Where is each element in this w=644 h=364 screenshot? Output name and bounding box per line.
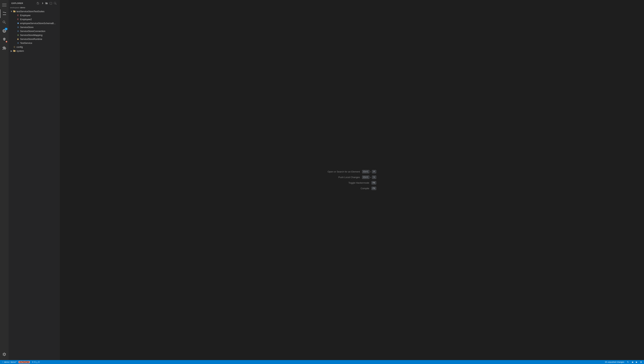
key-plus-1: + — [370, 171, 371, 173]
branch-name: demo / demo* — [4, 361, 16, 363]
shortcuts-container: Open or Search for an Element Ctrl + P P… — [328, 170, 376, 190]
spacer — [14, 14, 16, 17]
explorer-activity-item[interactable] — [0, 9, 8, 18]
tree-label-ServiceStore: ServiceStore — [20, 26, 34, 28]
status-sync-icon[interactable]: ↻ — [626, 360, 630, 364]
settings-activity-item[interactable] — [0, 350, 8, 358]
search-sidebar-button[interactable] — [53, 2, 57, 5]
error-count: 0 — [34, 361, 36, 363]
sync-icon: ↻ — [627, 361, 629, 363]
class-icon: C — [16, 14, 20, 17]
shortcut-row-open: Open or Search for an Element Ctrl + P — [328, 170, 376, 174]
shortcut-label-compile: Compile — [361, 187, 369, 190]
tree-item-Employee2[interactable]: C Employee2 — [8, 17, 60, 21]
spacer — [14, 26, 16, 28]
menu-activity-item[interactable] — [0, 1, 8, 9]
key-ctrl-1: Ctrl — [362, 170, 370, 174]
status-branch[interactable]: ⑂ demo / demo* — [2, 360, 17, 364]
branch-icon: ⑂ — [2, 361, 4, 363]
key-f9: F9 — [372, 187, 376, 190]
svg-rect-0 — [2, 4, 6, 4]
extensions-activity-item[interactable] — [0, 44, 8, 52]
tree-item-ServiceStoreConnection[interactable]: ⊙ ServiceStoreConnection — [8, 29, 60, 33]
tree-item-system[interactable]: ▶ system — [8, 49, 60, 53]
class-icon-2: C — [16, 18, 20, 21]
svg-rect-2 — [2, 6, 6, 6]
tree-label-ServiceStoreMapping: ServiceStoreMapping — [20, 34, 42, 36]
connection-icon: ⊙ — [16, 30, 20, 32]
sidebar: EXPLORER — [8, 0, 60, 360]
tree-label-TestService: TestService — [20, 42, 32, 44]
status-errors[interactable]: ✕ 0 △ 0 — [31, 360, 40, 364]
service-icon: ⊙ — [16, 26, 20, 28]
extra-icon: ⊞ — [640, 361, 642, 363]
status-bar: ⑂ demo / demo* OUTDATED ✕ 0 △ 0 16 unpus… — [0, 360, 644, 364]
shortcut-row-compile: Compile F9 — [361, 187, 376, 190]
status-nav-prev[interactable]: ◀ — [631, 360, 634, 364]
search-activity-item[interactable] — [0, 18, 8, 26]
sidebar-actions — [36, 2, 57, 5]
activity-bar: 16 — [0, 0, 8, 360]
spacer — [10, 46, 13, 48]
status-nav-next[interactable]: ▶ — [635, 360, 638, 364]
key-s: S — [372, 176, 376, 179]
expand-icon: ▼ — [10, 10, 13, 13]
key-p: P — [372, 170, 376, 174]
git-badge: 16 — [5, 28, 8, 30]
tree-label-employeeServiceStore: employeeServiceStoreSchemaB... — [20, 22, 56, 24]
runtime-icon: ◉ — [16, 38, 20, 40]
shortcut-row-push: Push Local Changes Ctrl + S — [338, 176, 376, 179]
tree-item-config[interactable]: ⟨⟩ config — [8, 45, 60, 49]
status-left: ⑂ demo / demo* OUTDATED ✕ 0 △ 0 — [2, 360, 40, 364]
shortcut-row-toggle: Toggle Hackermode F8 — [348, 181, 376, 184]
spacer — [14, 34, 16, 36]
tree-item-ServiceStoreMapping[interactable]: ⊛ ServiceStoreMapping — [8, 33, 60, 37]
collapse-button[interactable] — [49, 2, 53, 5]
shortcut-label-toggle: Toggle Hackermode — [348, 182, 369, 184]
tree-label-Employee: Employee — [20, 14, 30, 17]
tree-item-ServiceStoreRuntime[interactable]: ◉ ServiceStoreRuntime — [8, 37, 60, 41]
new-folder-button[interactable] — [45, 2, 48, 5]
spacer — [14, 22, 16, 24]
spacer — [14, 38, 16, 40]
tree-label-Employee2: Employee2 — [20, 18, 32, 21]
tree-item-TestService[interactable]: ⊙ TestService — [8, 41, 60, 45]
status-right: 16 unpushed changes ↻ ◀ ▶ ⊞ — [604, 360, 642, 364]
status-unpushed[interactable]: 16 unpushed changes — [604, 360, 625, 364]
spacer — [14, 42, 16, 44]
warning-icon: △ — [36, 361, 38, 363]
status-extra[interactable]: ⊞ — [640, 360, 642, 364]
shortcut-label-push: Push Local Changes — [338, 176, 360, 178]
spacer — [14, 18, 16, 21]
workspace-bar: workspace demo — [8, 6, 60, 9]
git-activity-item[interactable]: 16 — [0, 26, 8, 35]
tree-item-Employee[interactable]: C Employee — [8, 13, 60, 17]
shortcut-keys-open: Ctrl + P — [362, 170, 376, 174]
tree-item-testServiceStoreTestSuites[interactable]: ▼ testServiceStoreTestSuites — [8, 9, 60, 13]
svg-rect-1 — [2, 5, 6, 5]
folder-open-icon — [13, 10, 16, 13]
config-icon: ⟨⟩ — [13, 46, 16, 48]
tree-item-ServiceStore[interactable]: ⊙ ServiceStore — [8, 25, 60, 29]
interface-icon: ⊛ — [16, 22, 20, 24]
spacer — [14, 30, 16, 32]
key-plus-2: + — [370, 176, 371, 178]
nav-next-icon: ▶ — [636, 361, 637, 363]
outdated-badge: OUTDATED — [18, 361, 30, 363]
mapping-icon: ⊛ — [16, 34, 20, 36]
sidebar-header: EXPLORER — [8, 0, 60, 6]
key-f8: F8 — [372, 181, 376, 184]
navigate-button[interactable] — [40, 2, 44, 5]
shortcut-label-open: Open or Search for an Element — [328, 170, 360, 173]
main-area: Open or Search for an Element Ctrl + P P… — [60, 0, 644, 360]
tree-label-ServiceStoreConnection: ServiceStoreConnection — [20, 30, 45, 32]
tree-label-config: config — [16, 46, 23, 48]
new-file-button[interactable] — [36, 2, 40, 5]
workspace-name: demo — [20, 6, 25, 8]
debug-activity-item[interactable] — [0, 35, 8, 44]
shortcut-keys-compile: F9 — [372, 187, 376, 190]
tree-item-employeeServiceStoreSchemaBinding[interactable]: ⊛ employeeServiceStoreSchemaB... — [8, 21, 60, 25]
expand-icon-system: ▶ — [10, 50, 13, 52]
error-icon: ✕ — [32, 361, 34, 363]
testservice-icon: ⊙ — [16, 42, 20, 44]
